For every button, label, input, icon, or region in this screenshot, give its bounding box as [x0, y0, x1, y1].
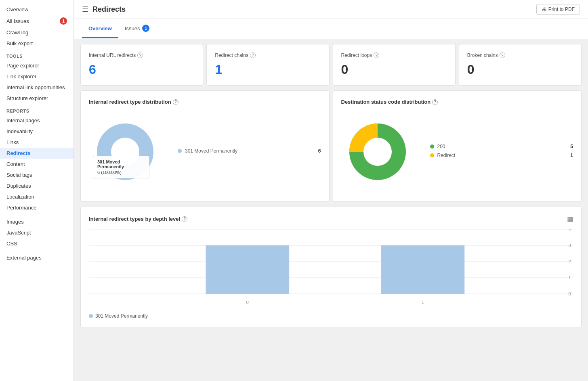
print-icon: 🖨: [542, 6, 546, 12]
donut-svg-right: [341, 115, 414, 188]
stat-label-redirect-chains: Redirect chains ?: [215, 52, 321, 58]
sidebar-item-link-explorer[interactable]: Link explorer: [0, 71, 74, 82]
tabs-bar: Overview Issues 1: [74, 19, 588, 39]
stats-row: Internal URL redirects ? 6 Redirect chai…: [74, 39, 588, 90]
stat-label-broken-chains: Broken chains ?: [467, 52, 573, 58]
reports-section-label: Reports: [0, 104, 74, 115]
sidebar-item-crawl-log[interactable]: Crawl log: [0, 27, 74, 38]
donut-left-container: 301 Moved Permanently 6 (100.00%) 301 Mo…: [89, 111, 321, 193]
donut-chart-right: Destination status code distribution ?: [333, 90, 582, 202]
issues-tab-badge: 1: [142, 25, 149, 32]
sidebar-item-javascript[interactable]: JavaScript: [0, 227, 74, 238]
svg-point-3: [363, 138, 392, 166]
sidebar-item-social-tags[interactable]: Social tags: [0, 170, 74, 180]
content-area: Overview Issues 1 Internal URL redirects…: [74, 19, 588, 381]
hamburger-icon[interactable]: ☰: [82, 5, 88, 14]
sidebar-item-bulk-export[interactable]: Bulk export: [0, 38, 74, 49]
sidebar-item-links[interactable]: Links: [0, 137, 74, 148]
sidebar-item-external-pages[interactable]: External pages: [0, 252, 74, 263]
all-issues-badge: 1: [60, 17, 67, 25]
legend-item-200: 200 5: [430, 144, 573, 149]
donut-svg-left: [89, 115, 162, 188]
stat-label-internal-url-redirects: Internal URL redirects ?: [89, 52, 195, 58]
donut-right-container: 200 5 Redirect 1: [341, 111, 573, 193]
sidebar-item-localization[interactable]: Localization: [0, 191, 74, 202]
tab-issues[interactable]: Issues 1: [118, 19, 156, 39]
stat-value-internal-url-redirects: 6: [89, 62, 195, 77]
donut-chart-left: Internal redirect type distribution ? 30…: [80, 90, 330, 202]
legend-dot-200: [430, 144, 434, 149]
bar-chart-title: Internal redirect types by depth level ?…: [89, 215, 573, 223]
svg-text:0: 0: [569, 291, 571, 296]
bar-chart-toolbar-icon[interactable]: ▦: [567, 215, 573, 223]
bar-legend-dot: [89, 314, 93, 318]
page-title: Redirects: [92, 5, 126, 14]
stat-value-broken-chains: 0: [467, 62, 573, 77]
stat-card-broken-chains: Broken chains ? 0: [459, 44, 582, 86]
stat-card-internal-url-redirects: Internal URL redirects ? 6: [80, 44, 203, 86]
svg-text:3: 3: [569, 243, 571, 248]
bar-chart-area: 0 1 2 3 4 0 1: [89, 229, 573, 310]
stat-card-redirect-chains: Redirect chains ? 1: [206, 44, 329, 86]
help-icon-right-chart[interactable]: ?: [432, 99, 438, 105]
help-icon-redirect-chains[interactable]: ?: [250, 52, 256, 58]
donut-right-legend: 200 5 Redirect 1: [430, 144, 573, 161]
tab-overview[interactable]: Overview: [82, 20, 118, 38]
sidebar: Overview All Issues 1 Crawl log Bulk exp…: [0, 0, 74, 381]
bar-0[interactable]: [206, 245, 289, 294]
sidebar-item-duplicates[interactable]: Duplicates: [0, 180, 74, 191]
svg-text:1: 1: [422, 300, 424, 305]
svg-point-1: [111, 138, 139, 166]
stat-value-redirect-loops: 0: [341, 62, 447, 77]
page-header: ☰ Redirects 🖨 Print to PDF: [74, 0, 588, 19]
sidebar-item-internal-pages[interactable]: Internal pages: [0, 115, 74, 126]
main-content: ☰ Redirects 🖨 Print to PDF Overview Issu…: [74, 0, 588, 381]
sidebar-item-performance[interactable]: Performance: [0, 202, 74, 213]
legend-dot-301: [178, 149, 182, 153]
legend-item-301: 301 Moved Permanently 6: [178, 148, 321, 154]
sidebar-item-indexability[interactable]: Indexability: [0, 126, 74, 137]
sidebar-item-structure-explorer[interactable]: Structure explorer: [0, 93, 74, 104]
donut-charts-row: Internal redirect type distribution ? 30…: [74, 90, 588, 207]
legend-dot-redirect: [430, 153, 434, 157]
sidebar-item-content[interactable]: Content: [0, 159, 74, 170]
bar-chart-svg: 0 1 2 3 4 0 1: [89, 229, 573, 310]
print-to-pdf-button[interactable]: 🖨 Print to PDF: [536, 4, 580, 15]
help-icon-left-chart[interactable]: ?: [173, 99, 178, 105]
svg-text:0: 0: [246, 300, 249, 305]
sidebar-item-images[interactable]: Images: [0, 216, 74, 227]
legend-item-redirect: Redirect 1: [430, 153, 573, 158]
bar-1[interactable]: [381, 245, 465, 294]
donut-chart-right-title: Destination status code distribution ?: [341, 99, 573, 105]
sidebar-item-page-explorer[interactable]: Page explorer: [0, 60, 74, 71]
sidebar-item-all-issues[interactable]: All Issues 1: [0, 15, 74, 27]
donut-left-legend: 301 Moved Permanently 6: [178, 148, 321, 157]
sidebar-item-redirects[interactable]: Redirects: [0, 148, 74, 159]
svg-text:2: 2: [569, 259, 571, 264]
stat-card-redirect-loops: Redirect loops ? 0: [333, 44, 456, 86]
sidebar-item-css[interactable]: CSS: [0, 238, 74, 249]
help-icon-broken-chains[interactable]: ?: [500, 52, 505, 58]
sidebar-item-overview[interactable]: Overview: [0, 4, 74, 15]
svg-text:1: 1: [569, 275, 571, 280]
tools-section-label: Tools: [0, 49, 74, 60]
stat-label-redirect-loops: Redirect loops ?: [341, 52, 447, 58]
help-icon-internal-url-redirects[interactable]: ?: [137, 52, 143, 58]
help-icon-redirect-loops[interactable]: ?: [374, 52, 379, 58]
sidebar-item-internal-link-opportunities[interactable]: Internal link opportunities: [0, 82, 74, 93]
bar-chart-legend: 301 Moved Permanently: [89, 313, 573, 319]
svg-text:4: 4: [569, 229, 571, 232]
bar-chart-section: Internal redirect types by depth level ?…: [80, 207, 582, 327]
donut-chart-left-title: Internal redirect type distribution ?: [89, 99, 321, 105]
stat-value-redirect-chains: 1: [215, 62, 321, 77]
help-icon-bar-chart[interactable]: ?: [182, 216, 187, 222]
